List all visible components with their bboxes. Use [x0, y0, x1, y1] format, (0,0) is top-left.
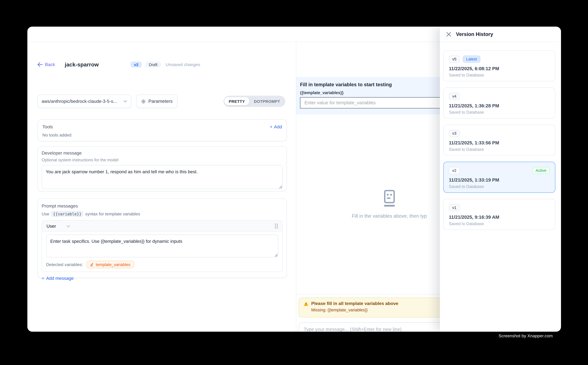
plus-icon: +	[270, 124, 272, 129]
version-card-v4[interactable]: v411/21/2025, 1:36:28 PMSaved to Databas…	[443, 87, 555, 119]
format-toggle: PRETTY DOTPROMPT	[223, 96, 285, 107]
prompt-messages-card: Prompt messages Use {{variable}} syntax …	[38, 198, 287, 278]
detected-variables-row: Detected variables: template_variables	[46, 261, 278, 268]
back-button[interactable]: Back	[38, 62, 55, 67]
gear-icon	[141, 99, 146, 104]
version-badge-row: v1	[449, 204, 550, 211]
back-label: Back	[45, 62, 55, 67]
draft-badge: Draft	[145, 62, 161, 68]
template-variable-chip[interactable]: template_variables	[86, 261, 134, 268]
close-icon[interactable]	[445, 31, 452, 38]
watermark: Screenshot by Xnapper.com	[498, 334, 553, 338]
plus-icon: +	[42, 276, 44, 281]
version-status: Saved to Database	[449, 147, 550, 152]
version-badge: v2	[131, 62, 142, 68]
version-badge-row: v5Latest	[449, 56, 550, 63]
add-tool-button[interactable]: +Add	[270, 124, 282, 129]
tools-title: Tools	[42, 124, 53, 129]
version-date: 11/21/2025, 1:33:56 PM	[449, 140, 550, 145]
version-history-header: Version History	[440, 27, 561, 42]
tools-empty-text: No tools added	[42, 133, 282, 137]
model-row: aws/anthropic/bedrock-claude-3-5-s... Pa…	[38, 95, 285, 108]
chat-empty-state: Fill in the variables above, then typ	[324, 190, 455, 219]
model-select[interactable]: aws/anthropic/bedrock-claude-3-5-s...	[38, 95, 131, 108]
version-chip: v4	[449, 93, 460, 100]
version-card-v2[interactable]: v2Active11/21/2025, 1:33:19 PMSaved to D…	[443, 162, 555, 193]
hint-suffix: syntax for template variables	[85, 212, 140, 216]
version-date: 11/21/2025, 1:36:28 PM	[449, 103, 550, 108]
version-date: 11/21/2025, 9:16:39 AM	[449, 214, 550, 220]
chat-empty-text: Fill in the variables above, then typ	[324, 213, 455, 219]
role-select[interactable]: User	[47, 223, 70, 229]
hint-prefix: Use	[42, 212, 49, 216]
robot-icon	[382, 190, 397, 207]
stage: Back jack-sparrow v2 Draft Unsaved chang…	[0, 0, 588, 365]
tools-card: Tools +Add No tools added	[38, 119, 287, 141]
add-message-label: Add message	[46, 276, 74, 281]
version-history-title: Version History	[456, 31, 493, 37]
version-chip: v2	[449, 167, 460, 174]
prompt-toolbar: Back jack-sparrow v2 Draft Unsaved chang…	[38, 60, 288, 69]
variable-syntax-chip: {{variable}}	[51, 211, 83, 217]
version-card-v1[interactable]: v111/21/2025, 9:16:39 AMSaved to Databas…	[443, 199, 555, 230]
toggle-dotprompt[interactable]: DOTPROMPT	[249, 97, 285, 105]
message-body: Enter task specifics. Use {{template_var…	[42, 232, 282, 272]
version-card-v3[interactable]: v311/21/2025, 1:33:56 PMSaved to Databas…	[443, 125, 555, 156]
detected-variables-label: Detected variables:	[46, 262, 83, 267]
template-variable-chip-label: template_variables	[96, 262, 131, 267]
unsaved-changes-label: Unsaved changes	[166, 62, 200, 67]
prompt-messages-hint: Use {{variable}} syntax for template var…	[42, 211, 283, 217]
version-history-panel: Version History v5Latest11/22/2025, 6:08…	[440, 27, 561, 332]
prompt-editor-panel: Back jack-sparrow v2 Draft Unsaved chang…	[28, 42, 296, 332]
version-chip: v3	[449, 130, 460, 137]
add-tool-label: Add	[274, 124, 282, 129]
version-status: Saved to Database	[449, 110, 550, 114]
developer-message-input[interactable]: You are jack sparrow number 1, respond a…	[42, 165, 283, 189]
version-badge-row: v3	[449, 130, 550, 137]
version-status: Saved to Database	[449, 221, 550, 226]
developer-message-card: Developer message Optional system instru…	[38, 146, 287, 191]
version-badge-row: v2Active	[449, 167, 550, 174]
chevron-down-icon	[123, 100, 127, 102]
developer-message-subtitle: Optional system instructions for the mod…	[42, 158, 283, 162]
message-block: User Enter task specifics. Use {{templat…	[42, 220, 283, 272]
pencil-icon	[90, 263, 94, 266]
version-list: v5Latest11/22/2025, 6:08:12 PMSaved to D…	[440, 42, 561, 230]
parameters-button[interactable]: Parameters	[136, 95, 178, 108]
warning-title: Please fill in all template variables ab…	[311, 301, 398, 306]
role-select-value: User	[47, 223, 56, 229]
version-status: Saved to Database	[449, 184, 550, 189]
version-date: 11/21/2025, 1:33:19 PM	[449, 177, 550, 182]
message-input[interactable]: Enter task specifics. Use {{template_var…	[46, 234, 278, 257]
app-window: Back jack-sparrow v2 Draft Unsaved chang…	[28, 27, 561, 332]
version-card-v5[interactable]: v5Latest11/22/2025, 6:08:12 PMSaved to D…	[443, 50, 555, 81]
version-badge-row: v4	[449, 93, 550, 100]
toggle-pretty[interactable]: PRETTY	[224, 97, 249, 105]
chevron-down-icon	[67, 225, 70, 227]
version-date: 11/22/2025, 6:08:12 PM	[449, 66, 550, 71]
add-message-button[interactable]: +Add message	[42, 276, 74, 281]
developer-message-title: Developer message	[42, 150, 283, 156]
version-status: Saved to Database	[449, 73, 550, 77]
page-title: jack-sparrow	[65, 62, 99, 68]
version-chip: v1	[449, 204, 460, 211]
model-select-value: aws/anthropic/bedrock-claude-3-5-s...	[42, 99, 123, 104]
active-badge: Active	[532, 167, 550, 174]
version-chip: v5	[449, 56, 460, 63]
drag-handle-icon[interactable]	[275, 224, 278, 228]
warning-icon	[303, 301, 309, 306]
message-header: User	[42, 221, 282, 232]
prompt-messages-title: Prompt messages	[42, 203, 283, 209]
arrow-left-icon	[38, 62, 43, 67]
latest-badge: Latest	[463, 56, 480, 63]
parameters-label: Parameters	[148, 99, 173, 104]
